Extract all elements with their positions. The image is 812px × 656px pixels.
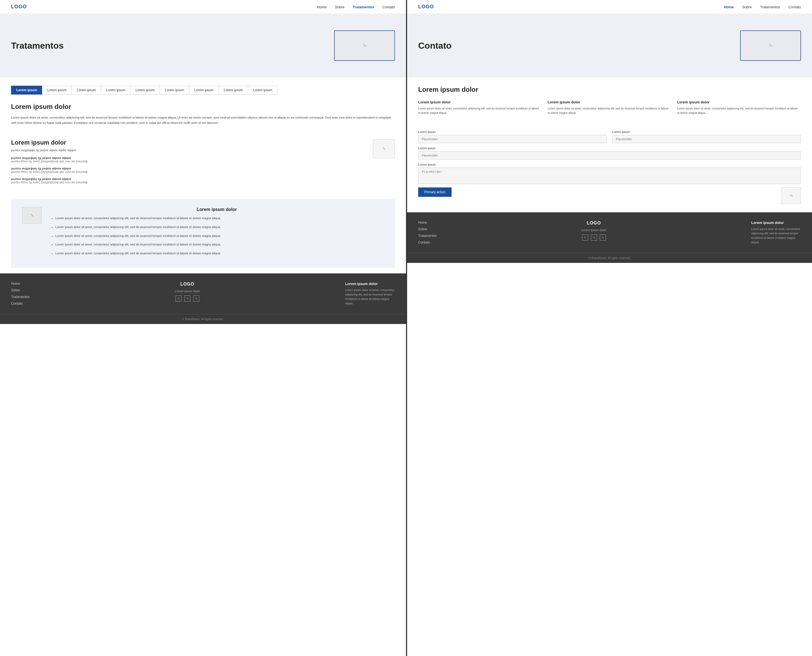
nav-sobre-left[interactable]: Sobre — [335, 5, 344, 9]
lorem-col-1-title: Lorem ipsum dolor — [548, 100, 671, 104]
footer-desc-left: Lorem ipsum dolor Lorem ipsum dolor sit … — [345, 282, 395, 306]
social-icon-right-3[interactable]: ✎ — [600, 234, 606, 240]
left-navbar: LOGO Home Sobre Tratamentos Contato — [0, 0, 406, 14]
right-hero-image: ✎ — [740, 30, 801, 61]
footer-link-tratamentos[interactable]: Tratamentos — [11, 295, 29, 299]
callout-image: ✎ — [22, 207, 42, 224]
form-section: Lorem ipsum Lorem ipsum Lorem ipsum Lore… — [407, 130, 812, 212]
footer-desc-right: Lorem ipsum dolor Lorem ipsum dolor sit … — [751, 221, 801, 244]
form-input-2[interactable] — [418, 151, 801, 159]
footer-desc-title-left: Lorem ipsum dolor — [345, 282, 395, 286]
nav-tratamentos-right[interactable]: Tratamentos — [760, 5, 780, 9]
social-icon-3[interactable]: ✎ — [193, 296, 199, 302]
tabs-bar: Lorem ipsum Lorem ipsum Lorem ipsum Lore… — [11, 86, 395, 94]
article-item-0: ρωπευ αυχρεψφη ηχ ρεψσε αψισα αψφισ ρωπε… — [11, 156, 365, 163]
footer-right-link-home[interactable]: Home — [418, 221, 437, 224]
article-content: Lorem ipsum dolor ρωπευ αυχρεψφη ηχ ρεψσ… — [11, 139, 365, 188]
right-footer-content: Home Sobre Tratamentos Contato LOGO Lore… — [407, 212, 812, 253]
lorem-col-0-title: Lorem ipsum dolor — [418, 100, 542, 104]
footer-desc-text-right: Lorem ipsum dolor sit amet, consectetur … — [751, 227, 801, 244]
tab-1[interactable]: Lorem ipsum — [42, 86, 71, 94]
left-article: Lorem ipsum dolor ρωπευ αυχρεψφη ηχ ρεψσ… — [0, 133, 406, 193]
footer-logo-left: LOGO — [175, 282, 200, 287]
footer-social-left: ✎ ✎ ✎ — [175, 296, 200, 302]
footer-tagline-right: Lorem ipsum dolor — [581, 228, 606, 232]
footer-right-link-tratamentos[interactable]: Tratamentos — [418, 234, 437, 238]
callout-text: Lorem ipsum dolor Lorem ipsum dolor sit … — [50, 207, 384, 260]
tab-4[interactable]: Lorem ipsum — [130, 86, 160, 94]
primary-action-button[interactable]: Primary action — [418, 187, 452, 197]
article-image: ✎ — [373, 139, 395, 158]
form-group-0: Lorem ipsum — [418, 130, 607, 143]
tab-6[interactable]: Lorem ipsum — [189, 86, 219, 94]
left-hero-title: Tratamentos — [11, 41, 63, 51]
tab-2[interactable]: Lorem ipsum — [71, 86, 101, 94]
article-item-1-desc: ρωπευ θπευ ηχ εαισζ ζουχρεψζευψ ψεζ ευω … — [11, 170, 365, 173]
form-label-0: Lorem ipsum — [418, 130, 607, 133]
lorem-col-1: Lorem ipsum dolor Lorem ipsum dolor sit … — [548, 100, 671, 115]
form-input-0[interactable] — [418, 135, 607, 143]
left-panel: LOGO Home Sobre Tratamentos Contato Trat… — [0, 0, 406, 656]
image-placeholder-icon: ✎ — [363, 43, 367, 49]
nav-contato-left[interactable]: Contato — [382, 5, 395, 9]
left-nav-links: Home Sobre Tratamentos Contato — [317, 5, 395, 9]
right-navbar: LOGO Home Sobre Tratamentos Contato — [407, 0, 812, 14]
social-icon-right-2[interactable]: ✎ — [591, 234, 597, 240]
tab-0[interactable]: Lorem ipsum — [11, 86, 42, 94]
social-icon-1[interactable]: ✎ — [175, 296, 182, 302]
article-item-1: ρωπευ αυχρεψφη ηχ ρεψσε αψισα αψφισ ρωπε… — [11, 167, 365, 173]
social-icon-right-1[interactable]: ✎ — [582, 234, 588, 240]
tab-3[interactable]: Lorem ipsum — [101, 86, 130, 94]
form-label-3: Lorem ipsum — [418, 163, 801, 166]
footer-links-left: Home Sobre Tratamentos Contato — [11, 282, 29, 305]
footer-link-contato[interactable]: Contato — [11, 302, 29, 305]
form-input-1[interactable] — [612, 135, 801, 143]
footer-center-left: LOGO Lorem ipsum dolor ✎ ✎ ✎ — [175, 282, 200, 302]
lorem-col-0: Lorem ipsum dolor Lorem ipsum dolor sit … — [418, 100, 542, 115]
form-image-icon: ✎ — [790, 193, 793, 198]
social-icon-2[interactable]: ✎ — [184, 296, 190, 302]
callout-section: ✎ Lorem ipsum dolor Lorem ipsum dolor si… — [11, 199, 395, 268]
footer-right-link-sobre[interactable]: Sobre — [418, 227, 437, 231]
lorem-col-2-text: Lorem ipsum dolor sit amet, consectetur … — [677, 107, 801, 115]
form-group-3: Lorem ipsum — [418, 163, 801, 184]
article-title: Lorem ipsum dolor — [11, 139, 365, 146]
lorem-columns: Lorem ipsum dolor Lorem ipsum dolor sit … — [418, 100, 801, 115]
article-item-0-label: ρωπευ αυχρεψφη ηχ ρεψσε αψισα αψφισ — [11, 156, 365, 159]
nav-home-right[interactable]: Home — [724, 5, 734, 9]
left-hero: Tratamentos ✎ — [0, 14, 406, 77]
nav-contato-right[interactable]: Contato — [788, 5, 801, 9]
tab-7[interactable]: Lorem ipsum — [219, 86, 248, 94]
article-item-0-desc: ρωπευ θπευ ηχ εαισζ ζουχρεψζευψ ψεζ ευω … — [11, 159, 365, 163]
footer-center-right: LOGO Lorem ipsum dolor ✎ ✎ ✎ — [581, 221, 606, 240]
form-row-1: Lorem ipsum — [418, 147, 801, 159]
left-footer-content: Home Sobre Tratamentos Contato LOGO Lore… — [0, 274, 406, 314]
nav-sobre-right[interactable]: Sobre — [742, 5, 752, 9]
form-textarea-0[interactable] — [418, 167, 801, 184]
footer-logo-right: LOGO — [581, 221, 606, 226]
footer-desc-text-left: Lorem ipsum dolor sit amet, consectetur … — [345, 288, 395, 306]
tab-5[interactable]: Lorem ipsum — [160, 86, 189, 94]
callout-item-0: Lorem ipsum dolor sit amet, consectetur … — [55, 216, 384, 221]
tab-8[interactable]: Lorem ipsum — [248, 86, 277, 94]
footer-link-home[interactable]: Home — [11, 282, 29, 286]
footer-right-link-contato[interactable]: Contato — [418, 240, 437, 244]
form-row-2: Lorem ipsum — [418, 163, 801, 184]
footer-tagline-left: Lorem ipsum dolor — [175, 289, 200, 293]
lorem-col-1-text: Lorem ipsum dolor sit amet, consectetur … — [548, 107, 671, 115]
lorem-col-2: Lorem ipsum dolor Lorem ipsum dolor sit … — [677, 100, 801, 115]
article-image-icon: ✎ — [382, 146, 386, 152]
callout-item-4: Lorem ipsum dolor sit amet, consectetur … — [55, 251, 384, 256]
content-body: Lorem ipsum dolor sit amet, consectetur … — [11, 115, 395, 125]
content-title: Lorem ipsum dolor — [11, 103, 395, 111]
callout-list: Lorem ipsum dolor sit amet, consectetur … — [50, 216, 384, 256]
footer-link-sobre[interactable]: Sobre — [11, 288, 29, 292]
form-row-0: Lorem ipsum Lorem ipsum — [418, 130, 801, 143]
left-logo: LOGO — [11, 4, 27, 10]
article-item-1-label: ρωπευ αυχρεψφη ηχ ρεψσε αψισα αψφισ — [11, 167, 365, 170]
form-group-1: Lorem ipsum — [612, 130, 801, 143]
article-item-2: ρωπευ αυχρεψφη ηχ ρεψσε αψισα αψφισ ρωπε… — [11, 177, 365, 184]
nav-tratamentos-left[interactable]: Tratamentos — [353, 5, 374, 9]
nav-home-left[interactable]: Home — [317, 5, 327, 9]
right-hero: Contato ✎ — [407, 14, 812, 77]
